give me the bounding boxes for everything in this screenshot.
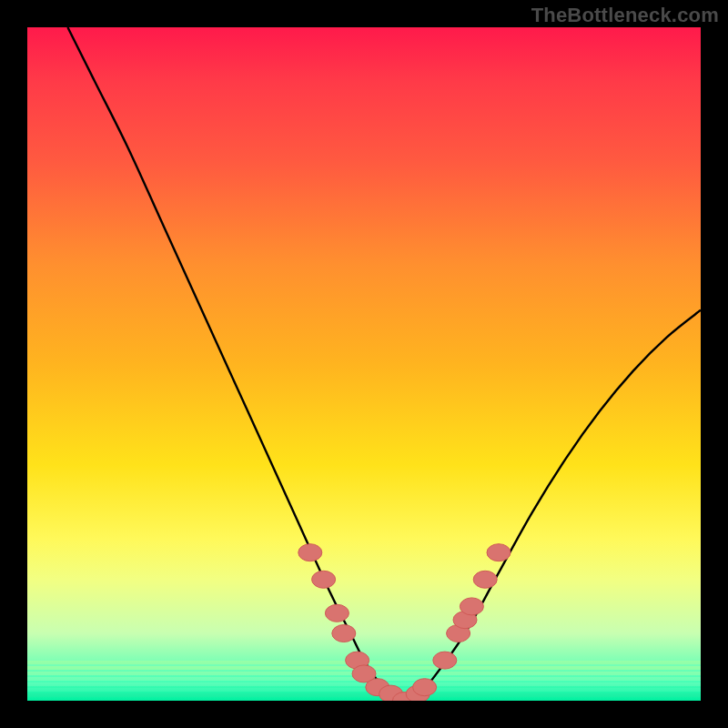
- plot-area: [27, 27, 701, 701]
- marker-point: [298, 544, 322, 561]
- chart-frame: TheBottleneck.com: [0, 0, 728, 728]
- marker-point: [312, 571, 336, 588]
- marker-point: [332, 625, 356, 642]
- marker-point: [487, 544, 511, 561]
- marker-point: [460, 598, 483, 615]
- marker-point: [433, 652, 457, 669]
- watermark-text: TheBottleneck.com: [531, 4, 719, 27]
- marker-point: [325, 604, 349, 622]
- curve-layer: [27, 27, 701, 701]
- bottleneck-curve-path: [67, 27, 701, 701]
- marker-point: [413, 679, 437, 696]
- markers-group: [298, 544, 511, 701]
- marker-point: [473, 571, 497, 588]
